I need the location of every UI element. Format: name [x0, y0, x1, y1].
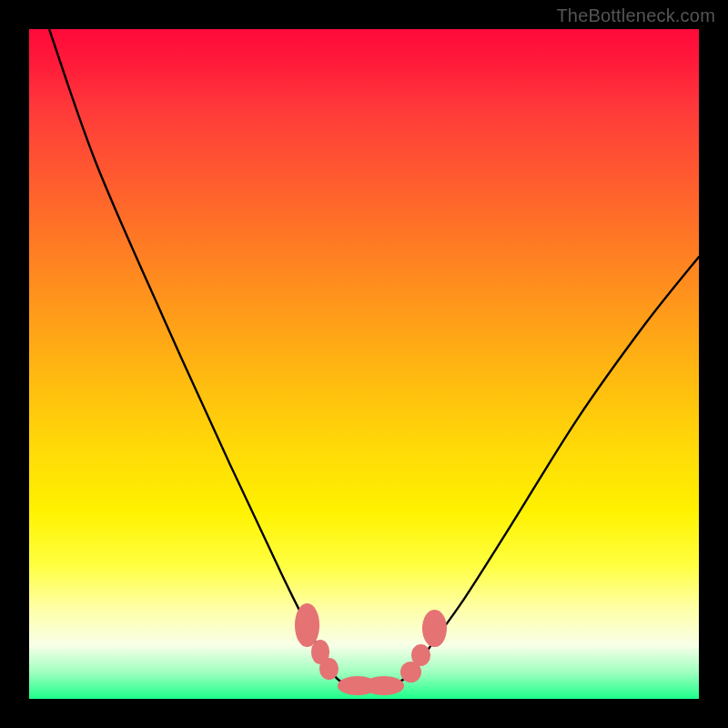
chart-frame: TheBottleneck.com: [0, 0, 728, 728]
data-marker: [422, 610, 446, 647]
curve-path: [49, 29, 699, 686]
data-marker: [319, 658, 339, 680]
credit-label: TheBottleneck.com: [556, 5, 715, 26]
curve-svg: [29, 29, 699, 699]
data-marker: [364, 676, 404, 695]
plot-area: [29, 29, 699, 699]
data-marker: [411, 644, 430, 666]
